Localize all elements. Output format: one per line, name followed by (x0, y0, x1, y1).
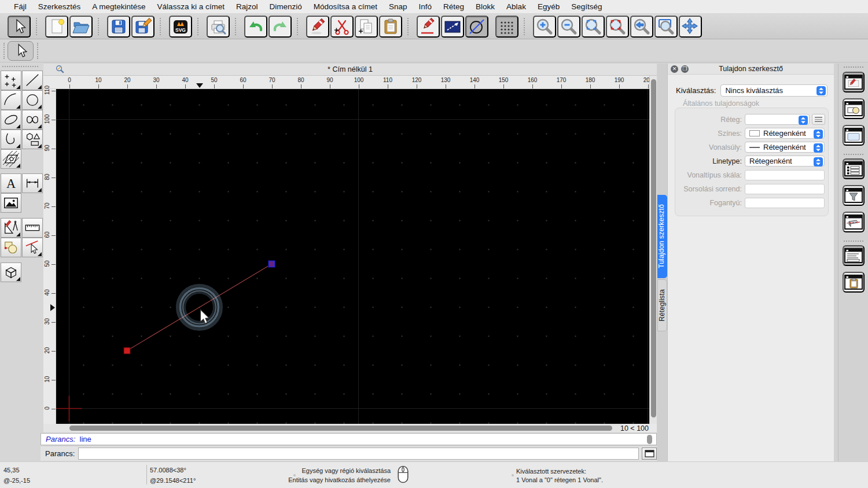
dock-toggle-clipboard[interactable] (843, 272, 865, 293)
command-history-scrollbar[interactable] (647, 435, 652, 444)
polyline-tool[interactable] (1, 130, 21, 149)
zoom-out-button[interactable] (557, 16, 580, 38)
menu-ablak[interactable]: Ablak (501, 2, 532, 11)
dock-toggle-wall-panel[interactable] (843, 212, 865, 232)
palette-drag-handle[interactable] (2, 66, 38, 67)
hatch-tool[interactable] (1, 149, 21, 169)
ellipse-tool[interactable] (1, 110, 21, 130)
menu-snap[interactable]: Snap (383, 2, 413, 11)
edit-entity-button[interactable] (417, 16, 440, 38)
property-field[interactable] (745, 170, 825, 180)
panel-titlebar[interactable]: ✕ ❐ Tulajdon szerkesztő (668, 64, 834, 75)
restrict-ortho-button[interactable] (441, 16, 464, 38)
layer-menu-button[interactable] (812, 114, 825, 125)
paste-button[interactable] (379, 16, 402, 38)
menu-dimenzi-[interactable]: Dimenzió (263, 2, 307, 11)
viewport-tool[interactable] (1, 263, 21, 282)
stepper-icon[interactable] (799, 116, 808, 125)
dock-toggle-library-browser[interactable] (843, 125, 865, 146)
drawing-canvas[interactable] (56, 89, 649, 424)
spline-tool[interactable] (22, 110, 43, 130)
menu-blokk[interactable]: Blokk (470, 2, 501, 11)
save-as-button[interactable] (131, 16, 155, 38)
pointer-select-button[interactable] (8, 41, 34, 61)
property-combobox[interactable]: Rétegenként (745, 142, 825, 153)
modify-tool[interactable] (1, 238, 21, 257)
pan-button[interactable] (679, 16, 702, 38)
line-tool[interactable] (22, 71, 43, 90)
snap-grid-button[interactable] (495, 16, 518, 38)
arc-tool[interactable] (1, 90, 21, 110)
dock-toggle-property-editor[interactable] (843, 72, 865, 93)
stepper-icon[interactable] (814, 130, 823, 139)
shapes-tool[interactable] (22, 130, 43, 149)
menu-a-megtekint-se[interactable]: A megtekintése (86, 2, 151, 11)
zoom-selection-button[interactable] (606, 16, 629, 38)
line-start-marker[interactable] (124, 347, 130, 354)
copy-button[interactable] (355, 16, 378, 38)
drawing-window-titlebar[interactable]: * Cím nélkül 1 (43, 64, 657, 76)
property-combobox[interactable] (745, 114, 810, 125)
undo-button[interactable] (244, 16, 267, 38)
select-tool-button[interactable] (8, 16, 31, 38)
menu-seg-ts-g[interactable]: Segítség (565, 2, 608, 11)
snap-entity-button[interactable] (465, 16, 488, 38)
submenu-triangle-icon (16, 232, 20, 236)
property-combobox[interactable]: Rétegenként (745, 128, 825, 139)
zoom-in-button[interactable] (533, 16, 556, 38)
menu-r-teg[interactable]: Réteg (437, 2, 470, 11)
dock-toggle-layer-filter[interactable] (843, 185, 865, 206)
line-end-marker[interactable] (269, 261, 275, 268)
circle-tool[interactable] (22, 90, 43, 110)
tab-layer-list[interactable]: Réteglista (657, 279, 667, 331)
points-tool[interactable] (1, 71, 21, 90)
dock-toggle-layer-list[interactable] (843, 158, 865, 179)
misc-draw-tool[interactable] (1, 218, 21, 238)
stepper-icon[interactable] (816, 86, 826, 95)
select-entity-tool[interactable] (22, 238, 43, 257)
selection-combobox[interactable]: Nincs kiválasztás (720, 84, 827, 97)
cut-button[interactable] (330, 16, 354, 38)
stepper-icon[interactable] (814, 157, 823, 167)
zoom-auto-button[interactable] (582, 16, 605, 38)
image-tool[interactable] (1, 193, 21, 213)
zoom-window-button[interactable] (654, 16, 678, 38)
toolbar-drag-handle[interactable] (37, 43, 38, 59)
property-field[interactable] (745, 184, 825, 194)
zoom-previous-button[interactable] (630, 16, 653, 38)
new-document-button[interactable] (45, 16, 68, 38)
panel-title: Tulajdon szerkesztő (668, 65, 834, 73)
text-tool[interactable] (1, 173, 21, 193)
property-label: Színes: (679, 130, 745, 138)
dock-toggle-block-list[interactable] (843, 98, 865, 119)
menu-v-lassza-ki-a-c-met[interactable]: Válassza ki a címet (152, 2, 230, 11)
tab-property-editor[interactable]: Tulajdon szerkesztő (657, 195, 667, 278)
menu-f-jl[interactable]: Fájl (8, 2, 32, 11)
stepper-icon[interactable] (814, 143, 823, 153)
horizontal-scrollbar-thumb[interactable] (69, 426, 612, 431)
command-options-button[interactable] (642, 448, 657, 460)
dock-toggle-command-line[interactable] (843, 245, 865, 266)
toolbar-drag-handle[interactable] (3, 43, 5, 59)
redo-button[interactable] (269, 16, 292, 38)
strip-drag-handle[interactable] (844, 66, 863, 68)
vertical-scrollbar[interactable] (649, 76, 657, 424)
dimension-tool[interactable] (22, 173, 43, 193)
command-input[interactable] (78, 448, 639, 460)
svg-export-button[interactable] (169, 16, 192, 38)
save-button[interactable] (107, 16, 130, 38)
delete-entity-button[interactable] (306, 16, 329, 38)
line-entity[interactable] (127, 264, 272, 351)
menu-egy-b[interactable]: Egyéb (532, 2, 565, 11)
vertical-scrollbar-thumb[interactable] (651, 79, 656, 417)
property-combobox[interactable]: Rétegenként (745, 156, 825, 167)
print-preview-button[interactable] (207, 16, 230, 38)
open-document-button[interactable] (69, 16, 93, 38)
measure-tool[interactable] (22, 218, 43, 238)
menu-m-dos-tsa-a-c-met[interactable]: Módosítsa a címet (308, 2, 383, 11)
property-field[interactable] (745, 198, 825, 208)
menu-inf-[interactable]: Infó (413, 2, 438, 11)
menu-szerkeszt-s[interactable]: Szerkesztés (32, 2, 87, 11)
menu-rajzol[interactable]: Rajzol (230, 2, 264, 11)
horizontal-scrollbar[interactable] (43, 424, 622, 432)
